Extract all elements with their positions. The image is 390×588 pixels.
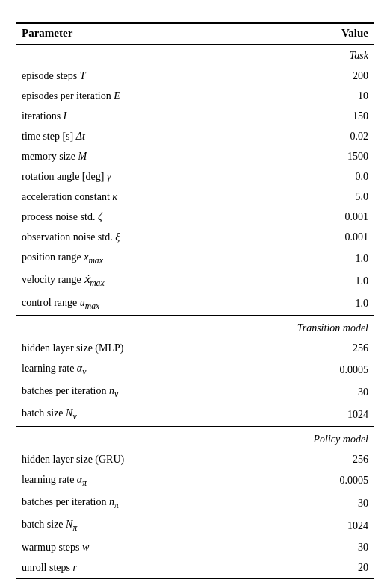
value-cell: 0.001 (280, 207, 374, 227)
table-row: velocity range ẋmax1.0 (16, 269, 374, 292)
param-cell: memory size M (16, 146, 280, 166)
section-title: Task (16, 45, 374, 66)
table-row: observation noise std. ξ0.001 (16, 227, 374, 247)
param-cell: acceleration constant κ (16, 187, 280, 207)
param-cell: batch size Nv (16, 403, 280, 426)
value-cell: 1500 (280, 146, 374, 166)
param-cell: position range xmax (16, 247, 280, 269)
value-cell: 0.02 (280, 126, 374, 146)
value-cell: 200 (280, 66, 374, 86)
table-row: episode steps T200 (16, 66, 374, 86)
param-cell: episodes per iteration E (16, 86, 280, 106)
table-row: rotation angle [deg] γ0.0 (16, 166, 374, 187)
value-cell: 1.0 (280, 293, 374, 316)
table-header-row: Parameter Value (16, 23, 374, 45)
section-title: Transition model (16, 315, 374, 338)
param-cell: control range umax (16, 293, 280, 316)
table-row: iterations I150 (16, 106, 374, 126)
param-cell: time step [s] Δt (16, 126, 280, 146)
param-cell: hidden layer size (GRU) (16, 449, 280, 469)
param-cell: hidden layer size (MLP) (16, 338, 280, 358)
table-row: warmup steps w30 (16, 537, 374, 557)
table-row: batch size Nπ1024 (16, 514, 374, 537)
table-row: position range xmax1.0 (16, 247, 374, 269)
table-row: batch size Nv1024 (16, 403, 374, 426)
table-row: time step [s] Δt0.02 (16, 126, 374, 146)
table-row: memory size M1500 (16, 146, 374, 166)
table-row: learning rate αv0.0005 (16, 358, 374, 381)
param-cell: batches per iteration nπ (16, 492, 280, 514)
value-cell: 256 (280, 338, 374, 358)
table-row: unroll steps r20 (16, 557, 374, 578)
value-header: Value (280, 23, 374, 45)
value-cell: 1024 (280, 514, 374, 537)
table-row: process noise std. ζ0.001 (16, 207, 374, 227)
value-cell: 0.0005 (280, 358, 374, 381)
table-row: episodes per iteration E10 (16, 86, 374, 106)
value-cell: 5.0 (280, 187, 374, 207)
param-cell: velocity range ẋmax (16, 269, 280, 292)
param-cell: batch size Nπ (16, 514, 280, 537)
table-row: batches per iteration nv30 (16, 381, 374, 403)
value-cell: 30 (280, 492, 374, 514)
param-cell: warmup steps w (16, 537, 280, 557)
value-cell: 30 (280, 381, 374, 403)
param-cell: iterations I (16, 106, 280, 126)
param-cell: episode steps T (16, 66, 280, 86)
param-cell: unroll steps r (16, 557, 280, 578)
param-cell: process noise std. ζ (16, 207, 280, 227)
table-row: hidden layer size (GRU)256 (16, 449, 374, 469)
value-cell: 0.001 (280, 227, 374, 247)
value-cell: 10 (280, 86, 374, 106)
value-cell: 150 (280, 106, 374, 126)
param-cell: batches per iteration nv (16, 381, 280, 403)
value-cell: 0.0005 (280, 469, 374, 492)
param-cell: observation noise std. ξ (16, 227, 280, 247)
value-cell: 20 (280, 557, 374, 578)
table-row: learning rate απ0.0005 (16, 469, 374, 492)
value-cell: 1.0 (280, 247, 374, 269)
table-row: control range umax1.0 (16, 293, 374, 316)
main-table-container: Parameter Value Taskepisode steps T200ep… (16, 22, 374, 579)
section-header-row: Transition model (16, 315, 374, 338)
param-cell: learning rate αv (16, 358, 280, 381)
value-cell: 256 (280, 449, 374, 469)
parameter-header: Parameter (16, 23, 280, 45)
param-cell: rotation angle [deg] γ (16, 166, 280, 187)
section-header-row: Policy model (16, 426, 374, 449)
table-row: batches per iteration nπ30 (16, 492, 374, 514)
value-cell: 0.0 (280, 166, 374, 187)
section-header-row: Task (16, 45, 374, 66)
table-row: acceleration constant κ5.0 (16, 187, 374, 207)
section-title: Policy model (16, 426, 374, 449)
value-cell: 1024 (280, 403, 374, 426)
value-cell: 1.0 (280, 269, 374, 292)
param-cell: learning rate απ (16, 469, 280, 492)
table-row: hidden layer size (MLP)256 (16, 338, 374, 358)
value-cell: 30 (280, 537, 374, 557)
parameters-table: Parameter Value Taskepisode steps T200ep… (16, 22, 374, 579)
